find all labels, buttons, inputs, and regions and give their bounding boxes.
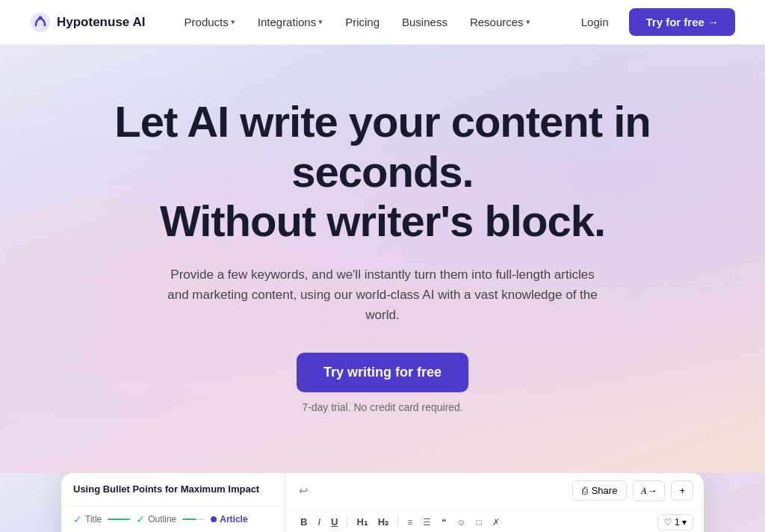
hero-cta-button[interactable]: Try writing for free: [297, 353, 468, 392]
back-icon[interactable]: ↩: [296, 481, 312, 501]
format-bar: B I U H₁ H₂ ≡ ☰ ❝ ☺ □ ✗ ♡ 1 ▾: [285, 510, 704, 532]
nav-resources[interactable]: Resources ▾: [461, 11, 539, 33]
progress-title-step: ✓ Title: [73, 513, 102, 525]
progress-line-1: [108, 519, 130, 520]
login-button[interactable]: Login: [569, 10, 621, 34]
progress-article-label: Article: [220, 514, 247, 525]
resources-chevron-icon: ▾: [526, 17, 530, 27]
logo[interactable]: Hypotenuse AI: [30, 12, 145, 33]
progress-title-label: Title: [85, 514, 102, 525]
h1-button[interactable]: H₁: [352, 514, 371, 530]
like-button[interactable]: ♡ 1 ▾: [657, 514, 693, 531]
plus-icon: +: [679, 485, 685, 496]
nav-pricing[interactable]: Pricing: [336, 11, 388, 33]
share-button[interactable]: ⎙ Share: [572, 480, 628, 501]
svg-point-1: [39, 16, 43, 19]
quote-button[interactable]: ❝: [437, 515, 450, 530]
demo-editor-toolbar: ↩ ⎙ Share 𝐴→ +: [285, 473, 704, 510]
bold-button[interactable]: B: [296, 514, 312, 530]
toolbar-right-group: ⎙ Share 𝐴→ +: [572, 480, 693, 501]
underline-button[interactable]: U: [326, 514, 342, 530]
h2-button[interactable]: H₂: [374, 514, 393, 530]
progress-article-step: Article: [211, 514, 247, 525]
hero-content: Let AI write your content in seconds. Wi…: [15, 97, 750, 413]
align-button[interactable]: ≡: [403, 515, 417, 530]
italic-button[interactable]: I: [313, 514, 325, 530]
products-chevron-icon: ▾: [231, 17, 235, 27]
nav-right: Login Try for free →: [569, 8, 735, 36]
outline-check-icon: ✓: [136, 513, 145, 525]
nav-links: Products ▾ Integrations ▾ Pricing Busine…: [176, 11, 539, 33]
nav-products[interactable]: Products ▾: [176, 11, 244, 33]
logo-text: Hypotenuse AI: [57, 15, 145, 30]
demo-right-panel: ↩ ⎙ Share 𝐴→ + B I: [285, 473, 704, 532]
logo-icon: [30, 12, 51, 33]
demo-progress-bar: ✓ Title ✓ Outline Article: [61, 506, 285, 532]
link-button[interactable]: □: [471, 515, 486, 530]
clear-button[interactable]: ✗: [488, 515, 504, 530]
hero-section: Let AI write your content in seconds. Wi…: [0, 45, 765, 473]
translate-button[interactable]: 𝐴→: [633, 480, 665, 501]
list-button[interactable]: ☰: [418, 515, 436, 530]
translate-icon: 𝐴→: [641, 485, 657, 496]
toolbar-left-group: ↩: [296, 481, 312, 501]
svg-point-0: [31, 13, 50, 32]
title-check-icon: ✓: [73, 513, 82, 525]
format-separator: [397, 516, 398, 528]
format-separator: [347, 516, 347, 528]
demo-left-panel: Using Bullet Points for Maximum Impact ✓…: [61, 473, 285, 532]
hero-trial-note: 7-day trial. No credit card required.: [15, 401, 750, 413]
article-active-dot: [211, 516, 217, 522]
navbar: Hypotenuse AI Products ▾ Integrations ▾ …: [0, 0, 765, 45]
try-free-button[interactable]: Try for free →: [629, 8, 735, 36]
demo-card: Using Bullet Points for Maximum Impact ✓…: [61, 473, 704, 532]
demo-doc-title: Using Bullet Points for Maximum Impact: [61, 473, 285, 506]
emoji-button[interactable]: ☺: [452, 515, 470, 530]
progress-outline-label: Outline: [148, 514, 176, 525]
nav-business[interactable]: Business: [393, 11, 456, 33]
progress-line-2: [182, 519, 205, 520]
demo-section: Using Bullet Points for Maximum Impact ✓…: [0, 473, 765, 532]
add-button[interactable]: +: [671, 480, 693, 501]
share-icon: ⎙: [582, 485, 588, 496]
hero-subtitle: Provide a few keywords, and we'll instan…: [158, 265, 607, 326]
hero-title: Let AI write your content in seconds. Wi…: [76, 97, 689, 247]
integrations-chevron-icon: ▾: [318, 17, 323, 27]
nav-integrations[interactable]: Integrations ▾: [249, 11, 332, 33]
progress-outline-step: ✓ Outline: [136, 513, 176, 525]
